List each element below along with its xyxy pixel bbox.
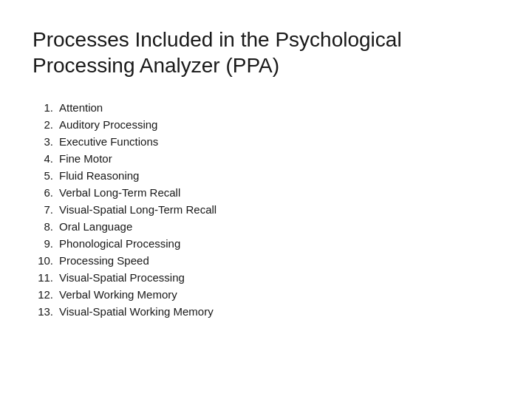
list-item: 1.Attention [33, 99, 499, 116]
item-text: Visual-Spatial Processing [59, 271, 185, 284]
list-item: 7.Visual-Spatial Long-Term Recall [33, 201, 499, 218]
item-number: 9. [33, 237, 59, 250]
item-number: 6. [33, 186, 59, 199]
list-item: 4.Fine Motor [33, 150, 499, 167]
item-text: Auditory Processing [59, 118, 157, 131]
item-number: 11. [33, 271, 59, 284]
item-text: Verbal Working Memory [59, 288, 177, 301]
list-item: 12.Verbal Working Memory [33, 286, 499, 303]
item-number: 3. [33, 135, 59, 148]
list-item: 3.Executive Functions [33, 133, 499, 150]
process-list: 1.Attention2.Auditory Processing3.Execut… [33, 99, 499, 320]
item-text: Processing Speed [59, 254, 149, 267]
list-item: 10.Processing Speed [33, 252, 499, 269]
item-number: 4. [33, 152, 59, 165]
item-text: Oral Language [59, 220, 132, 233]
list-item: 9.Phonological Processing [33, 235, 499, 252]
list-item: 6.Verbal Long-Term Recall [33, 184, 499, 201]
item-number: 2. [33, 118, 59, 131]
list-item: 2.Auditory Processing [33, 116, 499, 133]
item-number: 1. [33, 101, 59, 114]
list-item: 5.Fluid Reasoning [33, 167, 499, 184]
item-text: Fine Motor [59, 152, 112, 165]
item-number: 13. [33, 305, 59, 318]
item-number: 5. [33, 169, 59, 182]
item-text: Executive Functions [59, 135, 158, 148]
item-number: 8. [33, 220, 59, 233]
item-number: 12. [33, 288, 59, 301]
item-text: Phonological Processing [59, 237, 180, 250]
item-text: Visual-Spatial Long-Term Recall [59, 203, 216, 216]
list-item: 11.Visual-Spatial Processing [33, 269, 499, 286]
list-item: 8.Oral Language [33, 218, 499, 235]
item-number: 10. [33, 254, 59, 267]
item-text: Visual-Spatial Working Memory [59, 305, 214, 318]
page-title: Processes Included in the Psychological … [33, 27, 499, 78]
item-text: Verbal Long-Term Recall [59, 186, 180, 199]
page-container: Processes Included in the Psychological … [0, 0, 532, 399]
item-text: Attention [59, 101, 103, 114]
list-item: 13.Visual-Spatial Working Memory [33, 303, 499, 320]
item-text: Fluid Reasoning [59, 169, 139, 182]
item-number: 7. [33, 203, 59, 216]
